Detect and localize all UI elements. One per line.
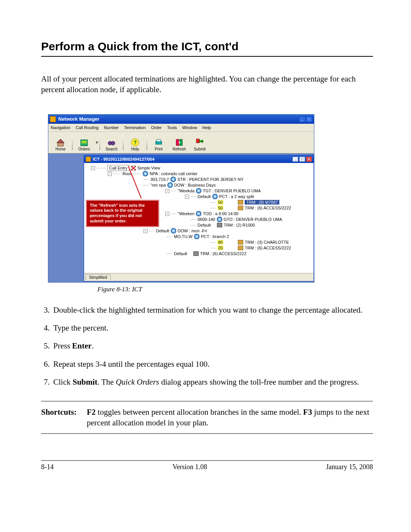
menu-termination[interactable]: Termination [124, 125, 146, 130]
tree-node[interactable]: MO,TU,W [174, 234, 193, 239]
tree-node[interactable]: TGT : DENVER PUEBLO UMA [203, 189, 261, 193]
shortcuts-label: Shortcuts: [41, 407, 87, 428]
home-label: Home [56, 147, 66, 151]
ict-close-button[interactable]: × [306, 157, 312, 162]
percent-value[interactable]: 50 [217, 200, 223, 204]
home-button[interactable]: Home [51, 133, 70, 152]
menu-call-routing[interactable]: Call Routing [76, 125, 99, 130]
tree-node[interactable]: Default [174, 251, 187, 256]
refresh-button[interactable]: Refresh [169, 133, 189, 152]
percent-value[interactable]: 50 [217, 206, 223, 210]
tree-node[interactable]: Default [198, 223, 211, 227]
tree-node[interactable]: 0800-140 [198, 217, 215, 222]
step-3: Double-click the highlighted termination… [52, 305, 373, 316]
tree-node[interactable]: STR : PERCENT FOR JERSEY NY [177, 177, 244, 182]
termination-node[interactable]: TRM : (6) ACCESS/2222 [200, 251, 247, 256]
globe-icon [196, 188, 201, 193]
mdi-area: ICT - 99105112/8002494127/004 _ □ × [84, 153, 314, 282]
search-button[interactable]: Search [102, 133, 121, 152]
svg-rect-3 [81, 141, 87, 142]
tree-node[interactable]: "Weekda [178, 189, 194, 193]
percent-value[interactable]: 80 [217, 240, 223, 244]
intro-paragraph: All of your percent allocated terminatio… [41, 73, 373, 95]
globe-icon [170, 177, 176, 182]
menu-help[interactable]: Help [202, 125, 211, 130]
toolbar-sep-2 [99, 135, 100, 150]
orders-dropdown[interactable]: ▼ [95, 140, 98, 145]
title-rule [41, 56, 373, 57]
tree-node[interactable]: "Weeken [178, 211, 194, 216]
svg-text:?: ? [134, 139, 137, 145]
tree-node[interactable]: "nm npa [150, 183, 166, 187]
print-button[interactable]: Print [149, 133, 169, 152]
ict-icon [86, 157, 91, 162]
globe-icon [194, 234, 199, 239]
tree-node[interactable]: NPA : colorado call center [150, 171, 198, 176]
globe-icon [217, 217, 222, 222]
figure-screenshot: Network Manager _ □ Navigation Call Rout… [48, 114, 314, 293]
tree-node[interactable]: PCT : branch 2 [201, 234, 229, 239]
menu-order[interactable]: Order [151, 125, 162, 130]
expand-icon[interactable]: − [165, 189, 169, 193]
key-icon [238, 246, 243, 250]
expand-icon[interactable]: − [185, 195, 189, 199]
svg-rect-14 [196, 139, 199, 143]
help-icon: ? [131, 138, 140, 147]
tree-node[interactable]: TOD : a 8:00 14:00 [203, 211, 238, 216]
tree-node[interactable]: Default [198, 194, 211, 199]
expand-icon[interactable]: − [91, 166, 95, 170]
left-sidebar [48, 153, 84, 282]
svg-marker-15 [199, 139, 204, 143]
toolbar-sep-3 [123, 135, 124, 150]
percent-value[interactable]: 20 [217, 246, 223, 250]
orders-label: Orders [78, 147, 90, 151]
key-icon [238, 206, 243, 210]
menu-tools[interactable]: Tools [167, 125, 177, 130]
termination-selected[interactable]: TRM : (8) M7887 [245, 200, 279, 204]
menu-number[interactable]: Number [104, 125, 119, 130]
refresh-icon [175, 138, 184, 147]
tree-node[interactable]: DOW : mon -Fri [178, 228, 207, 233]
maximize-button[interactable]: □ [306, 116, 312, 122]
ict-maximize-button[interactable]: □ [299, 157, 305, 162]
svg-point-6 [111, 141, 115, 145]
simple-view-label: Simple View [137, 166, 160, 170]
termination-node[interactable]: TRM : (6) ACCESS/2222 [245, 206, 291, 210]
key-icon [238, 200, 243, 204]
simplified-tab[interactable]: Simplified [86, 274, 111, 280]
footer-version: Version 1.08 [172, 463, 207, 471]
toolbar: Home Orders ▼ Search ? Help [48, 132, 314, 153]
step-5: Press Enter. [52, 340, 373, 351]
page-title: Perform a Quick from the ICT, cont'd [41, 40, 373, 53]
menubar: Navigation Call Routing Number Terminati… [48, 124, 314, 132]
tree-view[interactable]: − Call Entry Simple View − Root [84, 163, 314, 273]
print-icon [154, 138, 163, 147]
terminal-icon [193, 251, 199, 256]
tree-node[interactable]: DOW : Business Days [174, 183, 216, 187]
expand-icon[interactable]: − [108, 172, 112, 176]
tree-node[interactable]: PCT : a 2 way split [219, 194, 254, 199]
globe-icon [171, 228, 176, 233]
expand-icon[interactable]: − [165, 212, 169, 216]
termination-node[interactable]: TRM : (2) R1000 [224, 223, 255, 227]
menu-navigation[interactable]: Navigation [51, 125, 70, 130]
orders-button[interactable]: Orders [74, 133, 94, 152]
tree-node[interactable]: Default [156, 228, 169, 233]
step-6: Repeat steps 3-4 until the percentages e… [52, 359, 373, 370]
search-label: Search [105, 147, 118, 151]
termination-node[interactable]: TRM : (3) CHARLOTTE [245, 240, 289, 244]
menu-window[interactable]: Window [182, 125, 197, 130]
globe-icon [196, 211, 201, 216]
expand-icon[interactable]: − [143, 229, 148, 233]
minimize-button[interactable]: _ [299, 116, 306, 122]
ict-titlebar: ICT - 99105112/8002494127/004 _ □ × [84, 155, 314, 163]
help-button[interactable]: ? Help [125, 133, 145, 152]
tree-node[interactable]: GTO : DENVER PUEBLO UMA [224, 217, 282, 222]
globe-icon [143, 171, 148, 176]
simple-view-checkbox[interactable] [131, 166, 136, 171]
submit-label: Submit [194, 147, 206, 151]
tree-node[interactable]: 303,719,7 [150, 177, 169, 182]
termination-node[interactable]: TRM : (6) ACCESS/2222 [245, 246, 291, 250]
submit-button[interactable]: Submit [190, 133, 210, 152]
ict-minimize-button[interactable]: _ [292, 157, 298, 162]
